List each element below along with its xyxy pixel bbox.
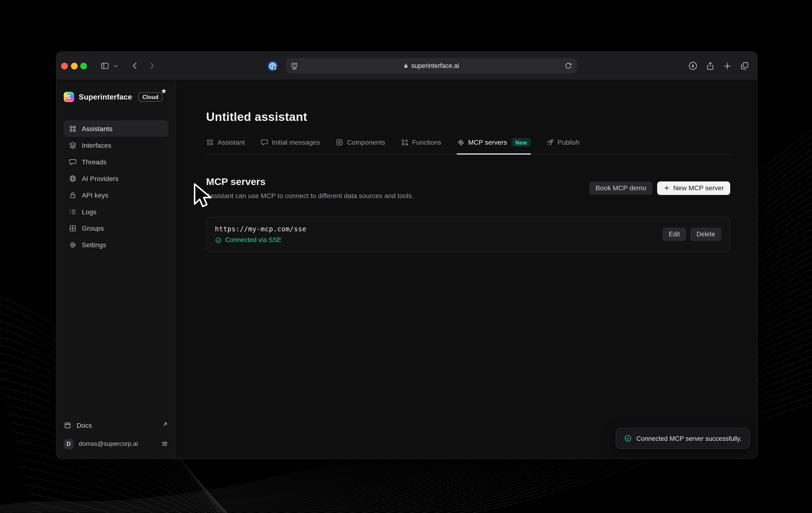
- tab-publish[interactable]: Publish: [546, 138, 580, 155]
- tab-overview-icon[interactable]: [740, 61, 749, 71]
- grid-icon: [69, 224, 77, 232]
- mouse-cursor: [192, 182, 212, 213]
- account-row[interactable]: D domas@supercorp.ai: [64, 437, 168, 450]
- new-badge: New: [512, 138, 531, 147]
- server-status: Connected via SSE: [215, 236, 663, 244]
- zoom-button[interactable]: [80, 62, 87, 69]
- delete-button[interactable]: Delete: [690, 227, 721, 241]
- success-toast: Connected MCP server successfully.: [616, 428, 750, 449]
- sidebar: S Superinterface Cloud ★ Assistants: [56, 80, 176, 458]
- mix-icon: [401, 138, 408, 146]
- section-header: MCP servers Assistant can use MCP to con…: [206, 176, 730, 199]
- back-button-icon[interactable]: [131, 62, 139, 70]
- sidebar-nav: Assistants Interfaces Threads: [64, 120, 168, 253]
- sidebar-item-threads[interactable]: Threads: [64, 154, 168, 170]
- sidebar-toggle-icon[interactable]: [100, 62, 109, 70]
- rocket-icon: [546, 138, 554, 146]
- address-bar[interactable]: superinterface.ai: [286, 58, 577, 74]
- new-tab-icon[interactable]: [723, 61, 732, 70]
- toolbar-right-icons: [688, 61, 749, 71]
- server-info: https://my-mcp.com/sse Connected via SSE: [215, 225, 663, 244]
- tab-bar: Assistant Initial messages Components: [206, 138, 730, 155]
- superinterface-logo-icon: S: [64, 91, 74, 102]
- section-title: MCP servers: [206, 176, 414, 188]
- avatar: D: [64, 439, 74, 449]
- frame-icon: [336, 138, 344, 146]
- chat-bubble-icon: [69, 158, 77, 166]
- tab-initial-messages[interactable]: Initial messages: [260, 138, 320, 155]
- layers-icon: [69, 141, 77, 149]
- sidebar-item-interfaces[interactable]: Interfaces: [64, 137, 168, 154]
- grid-dots-icon: [69, 125, 77, 133]
- mcp-server-card: https://my-mcp.com/sse Connected via SSE…: [206, 217, 730, 252]
- url-text: superinterface.ai: [411, 62, 459, 70]
- onepassword-extension-icon[interactable]: [268, 61, 277, 71]
- sidebar-footer: Docs D domas@supercorp.ai: [64, 420, 168, 458]
- tab-functions[interactable]: Functions: [401, 138, 441, 155]
- check-circle-icon: [624, 434, 632, 442]
- lock-icon: [69, 191, 77, 199]
- account-email: domas@supercorp.ai: [79, 440, 138, 448]
- gear-icon: [69, 241, 77, 249]
- sidebar-item-logs[interactable]: Logs: [64, 203, 168, 220]
- tab-assistant[interactable]: Assistant: [206, 138, 245, 155]
- traffic-lights: [61, 62, 87, 69]
- main-panel: Untitled assistant Assistant Initial: [176, 80, 757, 458]
- window-content: S Superinterface Cloud ★ Assistants: [56, 80, 757, 458]
- desktop: superinterface.ai: [0, 0, 812, 513]
- grid-dots-icon: [206, 138, 214, 146]
- sidebar-item-groups[interactable]: Groups: [64, 220, 168, 237]
- page-title: Untitled assistant: [206, 110, 730, 124]
- docs-box-icon: [64, 421, 71, 429]
- account-menu-icon[interactable]: [161, 440, 168, 448]
- lock-icon: [403, 63, 408, 69]
- edit-button[interactable]: Edit: [663, 227, 686, 241]
- section-actions: Book MCP demo New MCP server: [589, 181, 730, 195]
- sidebar-item-settings[interactable]: Settings: [64, 236, 168, 253]
- url-text-group: superinterface.ai: [403, 62, 459, 70]
- sidebar-item-api-keys[interactable]: API keys: [64, 187, 168, 203]
- chat-bubble-icon: [260, 138, 268, 146]
- list-icon: [69, 208, 77, 215]
- plus-icon: [663, 185, 670, 191]
- brand[interactable]: S Superinterface Cloud ★: [64, 90, 168, 103]
- book-mcp-demo-button[interactable]: Book MCP demo: [589, 181, 652, 195]
- toast-message: Connected MCP server successfully.: [636, 435, 742, 442]
- tab-components[interactable]: Components: [336, 138, 385, 155]
- downloads-icon[interactable]: [688, 61, 697, 71]
- globe-icon: [69, 174, 77, 182]
- sidebar-item-ai-providers[interactable]: AI Providers: [64, 170, 168, 187]
- page-settings-icon[interactable]: [290, 62, 298, 70]
- brand-name: Superinterface: [79, 92, 132, 101]
- browser-window: superinterface.ai: [56, 52, 757, 458]
- docs-link[interactable]: Docs: [64, 420, 168, 431]
- close-button[interactable]: [61, 62, 68, 69]
- external-link-icon: [162, 421, 168, 429]
- section-description: Assistant can use MCP to connect to diff…: [206, 192, 414, 200]
- new-mcp-server-button[interactable]: New MCP server: [657, 181, 730, 195]
- forward-button-icon[interactable]: [148, 62, 156, 70]
- server-card-actions: Edit Delete: [663, 227, 721, 241]
- reload-icon[interactable]: [564, 62, 572, 70]
- star-icon: ★: [161, 87, 167, 94]
- chevron-down-icon[interactable]: [113, 63, 119, 69]
- sidebar-item-assistants[interactable]: Assistants: [64, 120, 168, 137]
- check-circle-icon: [215, 237, 222, 243]
- cloud-badge: Cloud ★: [138, 92, 163, 101]
- share-icon[interactable]: [706, 61, 715, 70]
- minimize-button[interactable]: [71, 62, 77, 69]
- tab-mcp-servers[interactable]: MCP servers New: [457, 138, 531, 155]
- server-url: https://my-mcp.com/sse: [215, 225, 663, 233]
- browser-toolbar: superinterface.ai: [56, 52, 757, 80]
- mcp-icon: [457, 138, 465, 146]
